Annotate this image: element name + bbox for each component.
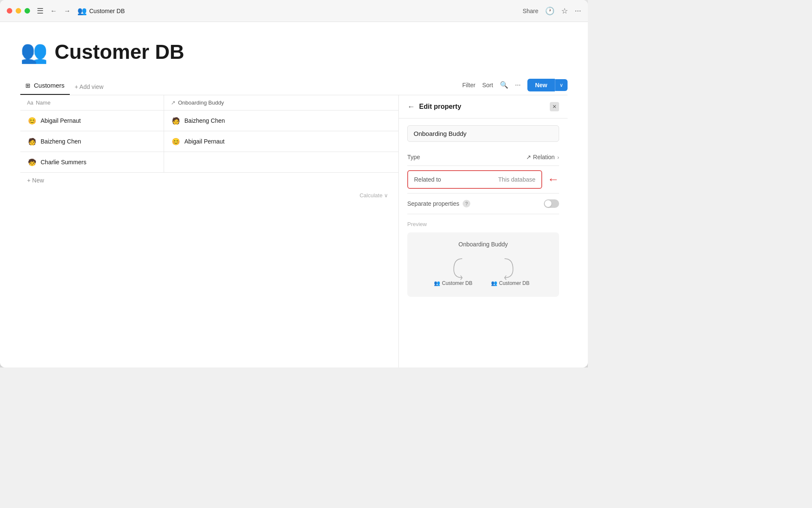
menu-icon[interactable]: ☰ bbox=[37, 6, 44, 16]
history-icon[interactable]: 🕐 bbox=[545, 6, 554, 16]
separate-toggle[interactable] bbox=[544, 199, 559, 208]
more-table-options-icon[interactable]: ··· bbox=[515, 81, 521, 89]
toolbar: ⊞ Customers + Add view Filter Sort 🔍 ···… bbox=[20, 78, 568, 95]
panel-close-button[interactable]: ✕ bbox=[550, 102, 559, 111]
nav-buttons: ← → bbox=[49, 6, 72, 17]
svg-text:Customer DB: Customer DB bbox=[442, 280, 472, 286]
titlebar-db-name: Customer DB bbox=[89, 8, 523, 14]
toolbar-right: Filter Sort 🔍 ··· New ∨ bbox=[462, 79, 568, 95]
table-row[interactable]: 🧒 Charlie Summers bbox=[20, 152, 398, 173]
col-name-label: Name bbox=[36, 99, 51, 106]
svg-text:Customer DB: Customer DB bbox=[499, 280, 529, 286]
avatar-3: 🧒 bbox=[27, 157, 37, 167]
preview-title: Onboarding Buddy bbox=[458, 241, 508, 248]
sep-label-group: Separate properties ? bbox=[407, 200, 470, 207]
type-value[interactable]: ↗ Relation › bbox=[526, 154, 559, 160]
star-icon[interactable]: ☆ bbox=[561, 6, 568, 16]
add-view-label: + Add view bbox=[75, 83, 104, 90]
cell-name-2: 🧑 Baizheng Chen bbox=[20, 131, 164, 152]
maximize-button[interactable] bbox=[25, 8, 30, 14]
add-view-button[interactable]: + Add view bbox=[70, 80, 109, 94]
cell-onboarding-3 bbox=[164, 152, 398, 172]
cell-name-1: 😊 Abigail Pernaut bbox=[20, 110, 164, 131]
filter-button[interactable]: Filter bbox=[462, 82, 475, 88]
body-area: Aa Name ↗ Onboarding Buddy 😊 Abigail Per… bbox=[20, 95, 568, 367]
toggle-knob bbox=[545, 200, 551, 207]
sort-button[interactable]: Sort bbox=[482, 82, 493, 88]
col-onboarding-label: Onboarding Buddy bbox=[178, 99, 224, 106]
avatar-1: 😊 bbox=[27, 116, 37, 126]
page-header: 👥 Customer DB bbox=[20, 39, 568, 65]
related-to-label: Related to bbox=[414, 176, 441, 183]
new-row-button[interactable]: + New bbox=[20, 173, 398, 188]
buddy-1: Baizheng Chen bbox=[184, 117, 225, 124]
share-button[interactable]: Share bbox=[523, 8, 538, 14]
panel-header: ← Edit property ✕ bbox=[399, 95, 568, 119]
table-row[interactable]: 🧑 Baizheng Chen 😊 Abigail Pernaut bbox=[20, 131, 398, 152]
column-onboarding-header[interactable]: ↗ Onboarding Buddy bbox=[164, 95, 398, 110]
preview-label: Preview bbox=[407, 221, 559, 227]
buddy-2: Abigail Pernaut bbox=[184, 138, 225, 145]
type-row: Type ↗ Relation › bbox=[407, 149, 559, 166]
calculate-button[interactable]: Calculate ∨ bbox=[20, 188, 398, 203]
type-label: Type bbox=[407, 154, 420, 160]
cell-onboarding-1: 🧑 Baizheng Chen bbox=[164, 110, 398, 131]
separate-properties-row: Separate properties ? bbox=[407, 193, 559, 214]
name-1: Abigail Pernaut bbox=[41, 117, 81, 124]
traffic-lights bbox=[7, 8, 30, 14]
svg-text:👥: 👥 bbox=[491, 280, 497, 286]
table-area: Aa Name ↗ Onboarding Buddy 😊 Abigail Per… bbox=[20, 95, 398, 367]
new-row-label: + New bbox=[27, 177, 44, 184]
buddy-avatar-1: 🧑 bbox=[171, 116, 181, 126]
page-icon: 👥 bbox=[20, 39, 48, 65]
calculate-label: Calculate ∨ bbox=[359, 192, 388, 199]
related-to-row[interactable]: Related to This database bbox=[407, 170, 542, 189]
titlebar: ☰ ← → 👥 Customer DB Share 🕐 ☆ ··· bbox=[0, 0, 588, 22]
svg-line-3 bbox=[505, 278, 506, 280]
titlebar-actions: Share 🕐 ☆ ··· bbox=[523, 6, 581, 16]
tab-customers[interactable]: ⊞ Customers bbox=[20, 78, 70, 95]
column-name-header: Aa Name bbox=[20, 95, 164, 110]
search-icon[interactable]: 🔍 bbox=[500, 81, 508, 89]
name-2: Baizheng Chen bbox=[41, 138, 81, 145]
property-name-input[interactable] bbox=[407, 125, 559, 142]
related-to-value: This database bbox=[498, 176, 535, 183]
red-arrow-icon: ← bbox=[547, 173, 559, 186]
more-options-icon[interactable]: ··· bbox=[575, 6, 581, 15]
edit-property-panel: ← Edit property ✕ Type ↗ Relation › bbox=[398, 95, 568, 367]
avatar-2: 🧑 bbox=[27, 136, 37, 146]
preview-box: Onboarding Buddy bbox=[407, 232, 559, 297]
tab-customers-label: Customers bbox=[34, 82, 65, 89]
back-button[interactable]: ← bbox=[49, 6, 59, 17]
minimize-button[interactable] bbox=[16, 8, 21, 14]
new-button[interactable]: New bbox=[527, 79, 555, 91]
page-title: Customer DB bbox=[55, 40, 184, 64]
table-icon: ⊞ bbox=[25, 82, 30, 89]
table-header: Aa Name ↗ Onboarding Buddy bbox=[20, 95, 398, 110]
relation-value-label: ↗ Relation bbox=[526, 154, 554, 160]
new-button-chevron[interactable]: ∨ bbox=[555, 79, 568, 91]
forward-button[interactable]: → bbox=[62, 6, 72, 17]
relation-icon: ↗ bbox=[171, 99, 176, 106]
close-button[interactable] bbox=[7, 8, 12, 14]
panel-title: Edit property bbox=[419, 103, 550, 110]
table-row[interactable]: 😊 Abigail Pernaut 🧑 Baizheng Chen bbox=[20, 110, 398, 131]
help-icon[interactable]: ? bbox=[463, 200, 470, 207]
name-3: Charlie Summers bbox=[41, 159, 86, 166]
text-icon: Aa bbox=[27, 100, 33, 106]
new-button-group: New ∨ bbox=[527, 79, 568, 91]
cell-name-3: 🧒 Charlie Summers bbox=[20, 152, 164, 172]
preview-diagram: 👥 Customer DB 👥 Customer DB bbox=[428, 254, 538, 288]
titlebar-db-icon: 👥 bbox=[77, 6, 87, 16]
main-content: 👥 Customer DB ⊞ Customers + Add view Fil… bbox=[0, 22, 588, 367]
cell-onboarding-2: 😊 Abigail Pernaut bbox=[164, 131, 398, 152]
separate-label: Separate properties bbox=[407, 200, 459, 207]
app-window: ☰ ← → 👥 Customer DB Share 🕐 ☆ ··· 👥 Cust… bbox=[0, 0, 588, 367]
chevron-right-icon: › bbox=[557, 154, 559, 160]
svg-line-1 bbox=[461, 278, 462, 280]
buddy-avatar-2: 😊 bbox=[171, 136, 181, 146]
panel-body: Type ↗ Relation › Related to This databa… bbox=[399, 119, 568, 367]
panel-back-button[interactable]: ← bbox=[407, 102, 415, 111]
preview-section: Preview Onboarding Buddy bbox=[407, 221, 559, 297]
svg-text:👥: 👥 bbox=[433, 280, 440, 286]
